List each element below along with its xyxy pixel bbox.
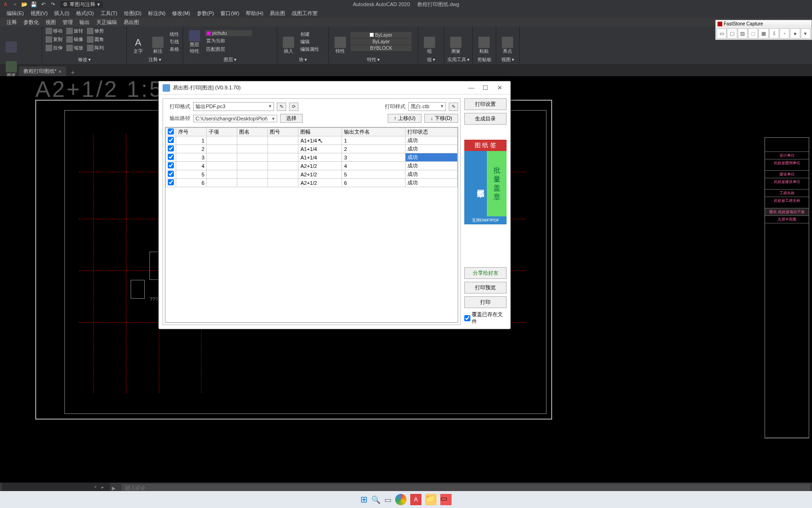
move-up-button[interactable]: ↑ 上移(U): [388, 114, 422, 123]
tab-parametric[interactable]: 参数化: [21, 18, 42, 26]
table-row[interactable]: 3 A1+1/43 成功: [166, 153, 458, 162]
row-checkbox[interactable]: [168, 137, 174, 143]
table-row[interactable]: 5 A2+1/25 成功: [166, 170, 458, 179]
print-preview-button[interactable]: 打印预览: [464, 282, 507, 294]
share-button[interactable]: 分享给好友: [464, 267, 507, 279]
edit-block[interactable]: 编辑: [299, 38, 320, 46]
col-num[interactable]: 图号: [268, 128, 298, 136]
match-layer[interactable]: 匹配图层: [205, 46, 252, 53]
autocad-logo-icon[interactable]: A: [2, 0, 9, 8]
overwrite-checkbox[interactable]: [464, 315, 470, 321]
cmd-close-icon[interactable]: ×: [94, 484, 101, 491]
table[interactable]: 表格: [168, 46, 180, 53]
overwrite-checkbox-label[interactable]: 覆盖已存在文件: [464, 311, 507, 325]
chrome-icon[interactable]: [395, 494, 406, 505]
row-checkbox[interactable]: [168, 145, 174, 151]
edit-attr[interactable]: 编辑属性: [299, 46, 320, 53]
menu-dimension[interactable]: 标注(N): [145, 9, 168, 18]
trim-tool[interactable]: 修剪: [86, 27, 105, 35]
leader[interactable]: 引线: [168, 38, 180, 46]
make-current[interactable]: 置为当前: [205, 37, 252, 45]
tab-view[interactable]: 视图: [43, 18, 59, 26]
row-checkbox[interactable]: [168, 162, 174, 168]
add-tab-button[interactable]: +: [66, 69, 79, 76]
capture-window-icon[interactable]: ▭: [717, 28, 726, 39]
table-row[interactable]: 4 A2+1/24 成功: [166, 162, 458, 170]
ad-banner[interactable]: 图 纸 签 图纸签章 批量盖章 支持DWF/PDF: [464, 140, 507, 224]
menu-window[interactable]: 窗口(W): [218, 9, 242, 18]
measure-tool[interactable]: 测量: [446, 29, 465, 55]
generate-toc-button[interactable]: 生成目录: [464, 113, 507, 125]
row-checkbox[interactable]: [168, 154, 174, 160]
tab-manage[interactable]: 管理: [60, 18, 76, 26]
edit-style-icon[interactable]: ✎: [449, 103, 458, 111]
search-button[interactable]: 🔍: [371, 495, 381, 504]
task-view-button[interactable]: ▭: [384, 495, 391, 504]
command-input[interactable]: [122, 484, 810, 492]
col-status[interactable]: 打印状态: [405, 128, 457, 136]
copy-tool[interactable]: 复制: [44, 36, 64, 43]
linetype-dropdown[interactable]: BYBLOCK: [351, 45, 412, 51]
capture-object-icon[interactable]: ▢: [727, 28, 737, 39]
refresh-format-icon[interactable]: ⟳: [289, 103, 298, 111]
table-row[interactable]: 6 A2+1/26 成功: [166, 179, 458, 187]
capture-fixed-icon[interactable]: ▫: [780, 28, 789, 39]
layer-dropdown[interactable]: yichutu: [205, 30, 252, 36]
menu-insert[interactable]: 插入(I): [51, 9, 72, 18]
print-style-combo[interactable]: 黑白.ctb: [408, 102, 446, 111]
faststone-toolbar[interactable]: FastStone Capture ▭ ▢ ▨ ◌ ▦ ⇩ ▫ ● ▾: [715, 20, 812, 40]
stretch-tool[interactable]: 拉伸: [44, 44, 64, 52]
panel-utils-label[interactable]: 实用工具 ▾: [446, 56, 470, 64]
print-button[interactable]: 打印: [464, 296, 507, 308]
file-tab-active[interactable]: 教程打印图纸* ×: [19, 66, 66, 76]
array-tool[interactable]: 阵列: [86, 44, 105, 52]
col-sub[interactable]: 子项: [207, 128, 237, 136]
new-icon[interactable]: ▫: [11, 0, 19, 8]
panel-blocks-label[interactable]: 块 ▾: [279, 56, 327, 64]
create-block[interactable]: 创建: [299, 31, 320, 38]
dimension-tool[interactable]: 标注: [148, 29, 167, 55]
minimize-button[interactable]: —: [464, 83, 478, 93]
lineweight-dropdown[interactable]: ByLayer: [351, 39, 412, 45]
panel-view-label[interactable]: 视图 ▾: [498, 56, 517, 64]
tab-annotate[interactable]: 注释: [4, 18, 20, 26]
paste-tool[interactable]: 粘贴: [475, 29, 493, 55]
panel-layers-label[interactable]: 图层 ▾: [185, 56, 275, 64]
move-down-button[interactable]: ↓ 下移(D): [424, 114, 458, 123]
mirror-tool[interactable]: 镜像: [65, 36, 85, 43]
autocad-taskbar-icon[interactable]: A: [410, 494, 422, 505]
record-icon[interactable]: ●: [790, 28, 800, 39]
col-out[interactable]: 输出文件名: [342, 128, 405, 136]
col-name[interactable]: 图名: [237, 128, 268, 136]
capture-scroll-icon[interactable]: ⇩: [769, 28, 779, 39]
select-all-checkbox[interactable]: [168, 128, 174, 135]
panel-props-label[interactable]: 特性 ▾: [331, 56, 416, 64]
redo-icon[interactable]: ↷: [49, 0, 56, 8]
scale-tool[interactable]: 缩放: [65, 44, 85, 52]
menu-modify[interactable]: 修改(M): [169, 9, 193, 18]
properties[interactable]: 特性: [331, 29, 350, 55]
menu-edit[interactable]: 编辑(E): [4, 9, 27, 18]
print-format-combo[interactable]: 输出PDF.pc3: [193, 102, 274, 111]
panel-modify-label[interactable]: 修改 ▾: [44, 56, 125, 64]
tab-tianzheng[interactable]: 天正编辑: [94, 18, 120, 26]
menu-parametric[interactable]: 参数(P): [194, 9, 217, 18]
panel-group-label[interactable]: 组 ▾: [420, 56, 442, 64]
rotate-tool[interactable]: 旋转: [65, 27, 85, 35]
line-tool[interactable]: [2, 27, 21, 53]
insert-block[interactable]: 插入: [279, 29, 298, 55]
panel-clipboard-label[interactable]: 剪贴板: [475, 56, 494, 64]
select-path-button[interactable]: 选择: [280, 114, 303, 123]
row-checkbox[interactable]: [168, 171, 174, 177]
capture-freehand-icon[interactable]: ◌: [748, 28, 758, 39]
workspace-switcher[interactable]: ⚙ 草图与注释 ▾: [60, 1, 103, 8]
dialog-titlebar[interactable]: 易出图-打印[图连] (V0.9.1.70) — ☐ ✕: [159, 81, 510, 95]
tab-yichutu[interactable]: 易出图: [121, 18, 142, 26]
start-button[interactable]: ⊞: [360, 494, 367, 505]
app-icon[interactable]: ▭: [440, 494, 452, 505]
menu-tools[interactable]: 工具(T): [98, 9, 120, 18]
color-dropdown[interactable]: ByLayer: [351, 32, 412, 38]
menu-draw[interactable]: 绘图(D): [121, 9, 144, 18]
menu-help[interactable]: 帮助(H): [243, 9, 266, 18]
menu-view[interactable]: 视图(V): [28, 9, 51, 18]
